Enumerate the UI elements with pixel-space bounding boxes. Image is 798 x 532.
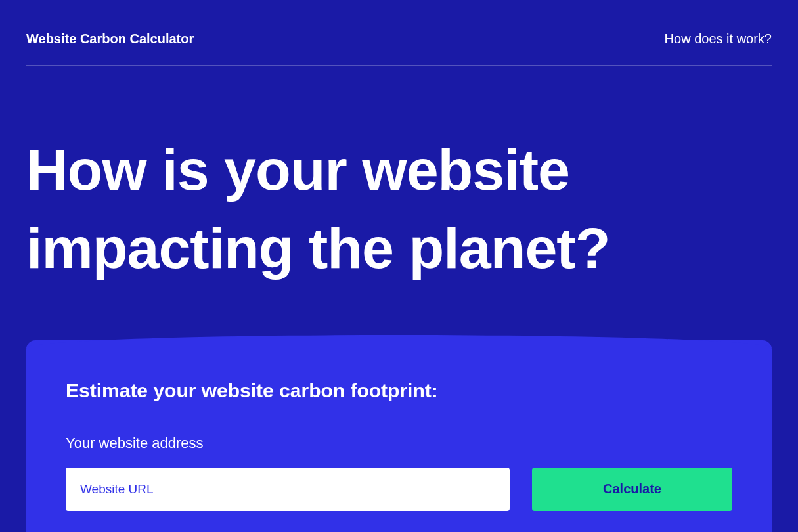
hero-section: How is your website impacting the planet… [0, 66, 798, 340]
card-title: Estimate your website carbon footprint: [66, 380, 732, 402]
header: Website Carbon Calculator How does it wo… [0, 0, 798, 65]
calculator-card: Estimate your website carbon footprint: … [26, 340, 772, 532]
url-input[interactable] [66, 468, 510, 511]
calculate-button[interactable]: Calculate [532, 468, 732, 511]
input-row: Calculate [66, 468, 732, 511]
logo[interactable]: Website Carbon Calculator [26, 32, 194, 47]
nav-how-does-it-work[interactable]: How does it work? [665, 32, 772, 47]
hero-title: How is your website impacting the planet… [26, 131, 772, 288]
url-input-label: Your website address [66, 435, 732, 452]
